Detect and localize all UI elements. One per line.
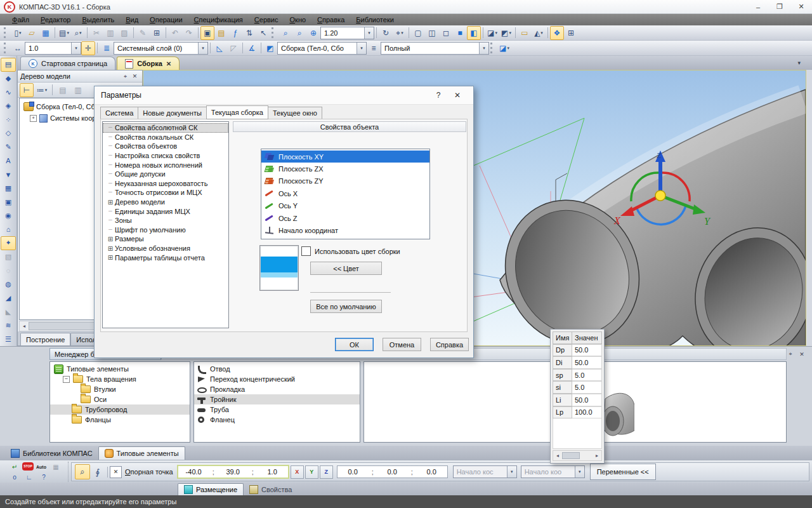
angle-y-field[interactable]: 0.0 bbox=[377, 468, 408, 476]
shaded-edges-view-icon[interactable]: ◧ bbox=[467, 26, 481, 40]
library-component-item[interactable]: Прокладка bbox=[194, 384, 360, 394]
left-tool-icon[interactable]: ◆ bbox=[1, 72, 16, 86]
chevron-down-icon[interactable]: ▾ bbox=[198, 43, 207, 54]
menu-service[interactable]: Сервис bbox=[249, 15, 284, 25]
left-tool-icon[interactable]: ▼ bbox=[1, 168, 16, 182]
pin-icon[interactable]: ⌖ bbox=[121, 72, 130, 81]
scroll-left-icon[interactable]: ◂ bbox=[553, 451, 562, 460]
create-object-icon[interactable]: ↵ bbox=[8, 462, 22, 472]
left-tool-icon[interactable]: Α bbox=[1, 154, 16, 168]
close-icon[interactable]: ✕ bbox=[130, 72, 140, 81]
tab-current-assembly[interactable]: Текущая сборка bbox=[206, 105, 268, 119]
variable-row[interactable]: sp5.0 bbox=[553, 369, 602, 382]
library-component-item[interactable]: Отвод bbox=[194, 364, 360, 374]
cancel-button[interactable]: Отмена bbox=[383, 338, 421, 351]
sketch-icon[interactable]: ◺ bbox=[213, 41, 226, 55]
help-button[interactable]: Справка bbox=[430, 338, 469, 351]
tree-relations-icon[interactable]: ▥ bbox=[71, 83, 85, 97]
settings-tree-item[interactable]: Свойства локальных СК bbox=[103, 133, 228, 142]
axis-z-lock-button[interactable]: Z bbox=[320, 465, 333, 479]
settings-tree-item[interactable]: Свойства абсолютной СК bbox=[103, 123, 228, 133]
left-tool-icon[interactable]: ✎ bbox=[1, 140, 16, 154]
settings-tree-item[interactable]: Размеры bbox=[103, 234, 228, 244]
snap-settings-icon[interactable]: ✛ bbox=[81, 41, 95, 55]
left-tool-icon[interactable]: ◍ bbox=[1, 277, 16, 291]
library-component-item[interactable]: Фланец bbox=[194, 415, 360, 425]
left-tool-icon[interactable]: ◌ bbox=[1, 264, 16, 277]
left-tool-icon[interactable]: ◢ bbox=[1, 291, 16, 305]
zoom-pan-icon[interactable]: ⌕ bbox=[292, 26, 306, 40]
menu-select[interactable]: Выделить bbox=[76, 15, 120, 25]
rotate-view-icon[interactable]: ⌖ bbox=[393, 26, 407, 40]
settings-tree-item[interactable]: Свойства объектов bbox=[103, 142, 228, 151]
surface-style-icon[interactable]: ◪ bbox=[497, 41, 511, 55]
renumber-icon[interactable]: ⇅ bbox=[242, 26, 256, 40]
spreadsheet-icon[interactable]: ⊞ bbox=[150, 26, 164, 40]
toolbar-grip[interactable] bbox=[272, 27, 276, 38]
menu-help[interactable]: Справка bbox=[311, 15, 350, 25]
shaded-view-icon[interactable]: ■ bbox=[453, 26, 467, 40]
angle-x-field[interactable]: 0.0 bbox=[337, 468, 369, 476]
context-help-icon[interactable]: ↖ bbox=[256, 26, 270, 40]
object-list-item[interactable]: Ось Z bbox=[261, 212, 429, 224]
filter-icon[interactable]: ◩ bbox=[263, 41, 277, 55]
variable-row[interactable]: Lp100.0 bbox=[553, 406, 602, 419]
variables-toggle-button[interactable]: Переменные << bbox=[590, 464, 656, 480]
column-header-name[interactable]: Имя bbox=[553, 331, 572, 344]
quick-planes-icon[interactable]: ❖ bbox=[550, 26, 564, 40]
zoom-in-icon[interactable]: ⊕ bbox=[306, 26, 320, 40]
library-tree-item[interactable]: Втулки bbox=[50, 384, 190, 394]
perspective-view-icon[interactable]: ◭ bbox=[532, 26, 546, 40]
print-preview-icon[interactable]: ⌕ bbox=[71, 26, 85, 40]
settings-tree-item[interactable]: Номера новых исполнений bbox=[103, 160, 228, 170]
section-view-icon[interactable]: ◪ bbox=[485, 26, 499, 40]
left-tool-icon[interactable]: ◈ bbox=[1, 99, 16, 113]
left-tool-icon[interactable]: ◣ bbox=[1, 305, 16, 319]
library-tree-item[interactable]: Трубопровод bbox=[50, 404, 190, 415]
tab-system[interactable]: Система bbox=[100, 107, 138, 119]
close-button[interactable]: ✕ bbox=[790, 0, 812, 13]
left-tool-icon[interactable]: ⌂ bbox=[1, 223, 16, 237]
left-tool-icon[interactable]: ∿ bbox=[1, 85, 16, 99]
scroll-thumb[interactable] bbox=[29, 322, 100, 330]
catalog-icon[interactable]: ▤ bbox=[214, 26, 228, 40]
dialog-title-bar[interactable]: Параметры ? ✕ bbox=[95, 86, 473, 105]
menu-view[interactable]: Вид bbox=[120, 15, 144, 25]
menu-file[interactable]: Файл bbox=[6, 15, 35, 25]
maximize-button[interactable]: ❐ bbox=[769, 0, 790, 13]
settings-tree[interactable]: Свойства абсолютной СК Свойства локальны… bbox=[102, 121, 229, 328]
coord-x-field[interactable]: -40.0 bbox=[178, 468, 209, 476]
variable-row[interactable]: Li50.0 bbox=[553, 394, 602, 406]
local-cs-icon[interactable]: ∟ bbox=[22, 472, 36, 482]
chevron-down-icon[interactable]: ▾ bbox=[357, 43, 366, 54]
variables-scrollbar[interactable]: ◂ ▸ bbox=[553, 450, 602, 461]
settings-tree-item[interactable]: Условные обозначения bbox=[103, 244, 228, 253]
left-tool-icon[interactable]: ▣ bbox=[1, 195, 16, 209]
menu-libraries[interactable]: Библиотеки bbox=[350, 15, 400, 25]
tab-current-window[interactable]: Текущее окно bbox=[268, 107, 322, 119]
tab-assembly[interactable]: Сборка ✕ bbox=[117, 57, 180, 70]
left-tool-icon[interactable]: ✦ bbox=[1, 236, 16, 250]
properties-panel-icon[interactable]: ▣ bbox=[200, 26, 214, 40]
expand-icon[interactable] bbox=[30, 115, 37, 122]
variables-fx-icon[interactable]: ƒ bbox=[228, 26, 242, 40]
redo-icon[interactable]: ↷ bbox=[182, 26, 196, 40]
library-tree-item[interactable]: Оси bbox=[50, 394, 190, 404]
open-document-icon[interactable]: ▱ bbox=[25, 26, 39, 40]
axis-y-lock-button[interactable]: Y bbox=[305, 465, 318, 479]
toolbar-overflow-icon[interactable]: ▾ bbox=[797, 60, 801, 66]
chevron-down-icon[interactable]: ▾ bbox=[507, 466, 516, 478]
origin-cs-combo-2[interactable]: Начало коо▾ bbox=[521, 465, 585, 478]
left-tool-icon[interactable]: ⁘ bbox=[1, 113, 16, 127]
all-defaults-button[interactable]: Все по умолчанию bbox=[310, 300, 382, 313]
object-list-item[interactable]: Начало координат bbox=[261, 224, 429, 236]
variable-row[interactable]: si5.0 bbox=[553, 381, 602, 394]
settings-tree-item[interactable]: Дерево модели bbox=[103, 197, 228, 207]
origin-cs-combo-1[interactable]: Начало кос▾ bbox=[453, 465, 517, 478]
left-tool-icon[interactable]: ◇ bbox=[1, 126, 16, 140]
cut-icon[interactable]: ✂ bbox=[89, 26, 103, 40]
collapse-icon[interactable] bbox=[63, 376, 70, 383]
toolbar-grip[interactable] bbox=[4, 27, 8, 38]
tab-close-icon[interactable]: ✕ bbox=[166, 60, 171, 67]
settings-tree-item[interactable]: Неуказанная шероховатость bbox=[103, 179, 228, 189]
